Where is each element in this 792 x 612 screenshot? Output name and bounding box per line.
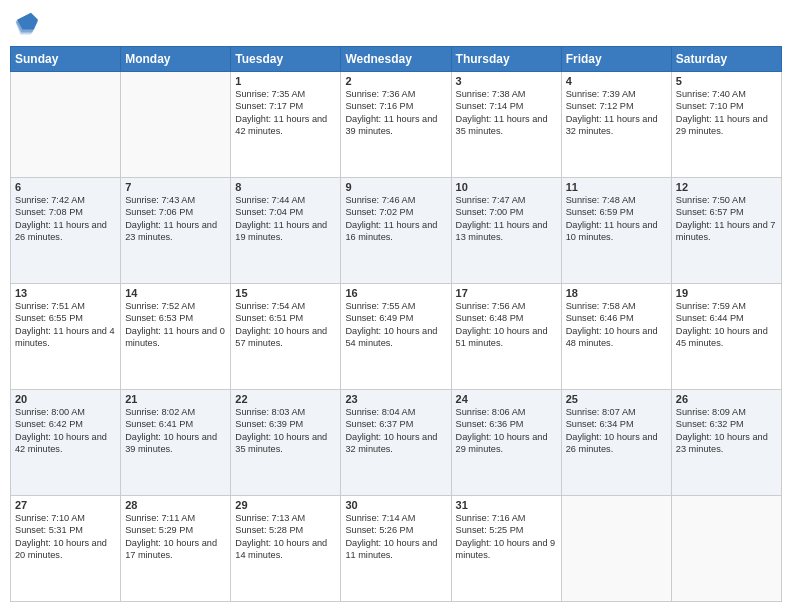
day-info: Sunrise: 7:13 AM Sunset: 5:28 PM Dayligh…: [235, 512, 336, 562]
day-number: 8: [235, 181, 336, 193]
day-info: Sunrise: 7:55 AM Sunset: 6:49 PM Dayligh…: [345, 300, 446, 350]
day-number: 6: [15, 181, 116, 193]
calendar-cell: 13Sunrise: 7:51 AM Sunset: 6:55 PM Dayli…: [11, 284, 121, 390]
header: [10, 10, 782, 38]
day-info: Sunrise: 8:03 AM Sunset: 6:39 PM Dayligh…: [235, 406, 336, 456]
calendar-week-row: 1Sunrise: 7:35 AM Sunset: 7:17 PM Daylig…: [11, 72, 782, 178]
calendar-week-row: 20Sunrise: 8:00 AM Sunset: 6:42 PM Dayli…: [11, 390, 782, 496]
day-number: 10: [456, 181, 557, 193]
calendar-cell: 28Sunrise: 7:11 AM Sunset: 5:29 PM Dayli…: [121, 496, 231, 602]
calendar-week-row: 6Sunrise: 7:42 AM Sunset: 7:08 PM Daylig…: [11, 178, 782, 284]
day-info: Sunrise: 7:10 AM Sunset: 5:31 PM Dayligh…: [15, 512, 116, 562]
calendar-cell: [561, 496, 671, 602]
day-info: Sunrise: 7:50 AM Sunset: 6:57 PM Dayligh…: [676, 194, 777, 244]
calendar-cell: 27Sunrise: 7:10 AM Sunset: 5:31 PM Dayli…: [11, 496, 121, 602]
day-info: Sunrise: 7:47 AM Sunset: 7:00 PM Dayligh…: [456, 194, 557, 244]
calendar-cell: [121, 72, 231, 178]
day-info: Sunrise: 7:42 AM Sunset: 7:08 PM Dayligh…: [15, 194, 116, 244]
day-number: 14: [125, 287, 226, 299]
day-info: Sunrise: 7:43 AM Sunset: 7:06 PM Dayligh…: [125, 194, 226, 244]
day-number: 27: [15, 499, 116, 511]
calendar-cell: 7Sunrise: 7:43 AM Sunset: 7:06 PM Daylig…: [121, 178, 231, 284]
day-number: 13: [15, 287, 116, 299]
day-info: Sunrise: 7:59 AM Sunset: 6:44 PM Dayligh…: [676, 300, 777, 350]
calendar-cell: 1Sunrise: 7:35 AM Sunset: 7:17 PM Daylig…: [231, 72, 341, 178]
day-number: 17: [456, 287, 557, 299]
day-number: 9: [345, 181, 446, 193]
calendar-cell: 19Sunrise: 7:59 AM Sunset: 6:44 PM Dayli…: [671, 284, 781, 390]
calendar-cell: 4Sunrise: 7:39 AM Sunset: 7:12 PM Daylig…: [561, 72, 671, 178]
calendar-table: SundayMondayTuesdayWednesdayThursdayFrid…: [10, 46, 782, 602]
day-header-tuesday: Tuesday: [231, 47, 341, 72]
day-info: Sunrise: 7:58 AM Sunset: 6:46 PM Dayligh…: [566, 300, 667, 350]
day-info: Sunrise: 7:44 AM Sunset: 7:04 PM Dayligh…: [235, 194, 336, 244]
calendar-cell: 16Sunrise: 7:55 AM Sunset: 6:49 PM Dayli…: [341, 284, 451, 390]
day-header-friday: Friday: [561, 47, 671, 72]
day-info: Sunrise: 7:35 AM Sunset: 7:17 PM Dayligh…: [235, 88, 336, 138]
calendar-cell: 30Sunrise: 7:14 AM Sunset: 5:26 PM Dayli…: [341, 496, 451, 602]
day-info: Sunrise: 7:36 AM Sunset: 7:16 PM Dayligh…: [345, 88, 446, 138]
calendar-cell: 5Sunrise: 7:40 AM Sunset: 7:10 PM Daylig…: [671, 72, 781, 178]
day-number: 1: [235, 75, 336, 87]
calendar-cell: 31Sunrise: 7:16 AM Sunset: 5:25 PM Dayli…: [451, 496, 561, 602]
day-number: 5: [676, 75, 777, 87]
day-info: Sunrise: 8:02 AM Sunset: 6:41 PM Dayligh…: [125, 406, 226, 456]
calendar-cell: 20Sunrise: 8:00 AM Sunset: 6:42 PM Dayli…: [11, 390, 121, 496]
day-number: 7: [125, 181, 226, 193]
calendar-cell: 17Sunrise: 7:56 AM Sunset: 6:48 PM Dayli…: [451, 284, 561, 390]
calendar-cell: [11, 72, 121, 178]
day-header-saturday: Saturday: [671, 47, 781, 72]
calendar-cell: 24Sunrise: 8:06 AM Sunset: 6:36 PM Dayli…: [451, 390, 561, 496]
day-info: Sunrise: 8:04 AM Sunset: 6:37 PM Dayligh…: [345, 406, 446, 456]
calendar-week-row: 27Sunrise: 7:10 AM Sunset: 5:31 PM Dayli…: [11, 496, 782, 602]
calendar-cell: 22Sunrise: 8:03 AM Sunset: 6:39 PM Dayli…: [231, 390, 341, 496]
day-number: 2: [345, 75, 446, 87]
day-number: 25: [566, 393, 667, 405]
day-info: Sunrise: 7:39 AM Sunset: 7:12 PM Dayligh…: [566, 88, 667, 138]
day-number: 30: [345, 499, 446, 511]
day-info: Sunrise: 7:16 AM Sunset: 5:25 PM Dayligh…: [456, 512, 557, 562]
calendar-cell: 21Sunrise: 8:02 AM Sunset: 6:41 PM Dayli…: [121, 390, 231, 496]
calendar-cell: 10Sunrise: 7:47 AM Sunset: 7:00 PM Dayli…: [451, 178, 561, 284]
logo-icon: [10, 10, 38, 38]
day-header-monday: Monday: [121, 47, 231, 72]
day-info: Sunrise: 7:52 AM Sunset: 6:53 PM Dayligh…: [125, 300, 226, 350]
calendar-cell: 3Sunrise: 7:38 AM Sunset: 7:14 PM Daylig…: [451, 72, 561, 178]
day-number: 24: [456, 393, 557, 405]
calendar-cell: 2Sunrise: 7:36 AM Sunset: 7:16 PM Daylig…: [341, 72, 451, 178]
day-info: Sunrise: 8:09 AM Sunset: 6:32 PM Dayligh…: [676, 406, 777, 456]
day-header-thursday: Thursday: [451, 47, 561, 72]
calendar-header-row: SundayMondayTuesdayWednesdayThursdayFrid…: [11, 47, 782, 72]
calendar-cell: [671, 496, 781, 602]
day-header-sunday: Sunday: [11, 47, 121, 72]
calendar-cell: 8Sunrise: 7:44 AM Sunset: 7:04 PM Daylig…: [231, 178, 341, 284]
day-info: Sunrise: 7:46 AM Sunset: 7:02 PM Dayligh…: [345, 194, 446, 244]
day-info: Sunrise: 7:54 AM Sunset: 6:51 PM Dayligh…: [235, 300, 336, 350]
day-number: 26: [676, 393, 777, 405]
calendar-cell: 6Sunrise: 7:42 AM Sunset: 7:08 PM Daylig…: [11, 178, 121, 284]
calendar-cell: 11Sunrise: 7:48 AM Sunset: 6:59 PM Dayli…: [561, 178, 671, 284]
day-info: Sunrise: 7:51 AM Sunset: 6:55 PM Dayligh…: [15, 300, 116, 350]
calendar-cell: 26Sunrise: 8:09 AM Sunset: 6:32 PM Dayli…: [671, 390, 781, 496]
day-number: 31: [456, 499, 557, 511]
day-number: 28: [125, 499, 226, 511]
calendar-cell: 15Sunrise: 7:54 AM Sunset: 6:51 PM Dayli…: [231, 284, 341, 390]
day-info: Sunrise: 7:56 AM Sunset: 6:48 PM Dayligh…: [456, 300, 557, 350]
calendar-cell: 18Sunrise: 7:58 AM Sunset: 6:46 PM Dayli…: [561, 284, 671, 390]
day-info: Sunrise: 7:40 AM Sunset: 7:10 PM Dayligh…: [676, 88, 777, 138]
day-number: 18: [566, 287, 667, 299]
day-info: Sunrise: 8:06 AM Sunset: 6:36 PM Dayligh…: [456, 406, 557, 456]
day-info: Sunrise: 8:07 AM Sunset: 6:34 PM Dayligh…: [566, 406, 667, 456]
day-info: Sunrise: 7:38 AM Sunset: 7:14 PM Dayligh…: [456, 88, 557, 138]
day-number: 3: [456, 75, 557, 87]
day-number: 19: [676, 287, 777, 299]
calendar-week-row: 13Sunrise: 7:51 AM Sunset: 6:55 PM Dayli…: [11, 284, 782, 390]
day-number: 29: [235, 499, 336, 511]
day-number: 12: [676, 181, 777, 193]
day-number: 16: [345, 287, 446, 299]
calendar-cell: 14Sunrise: 7:52 AM Sunset: 6:53 PM Dayli…: [121, 284, 231, 390]
day-number: 11: [566, 181, 667, 193]
calendar-cell: 12Sunrise: 7:50 AM Sunset: 6:57 PM Dayli…: [671, 178, 781, 284]
day-info: Sunrise: 8:00 AM Sunset: 6:42 PM Dayligh…: [15, 406, 116, 456]
day-number: 20: [15, 393, 116, 405]
